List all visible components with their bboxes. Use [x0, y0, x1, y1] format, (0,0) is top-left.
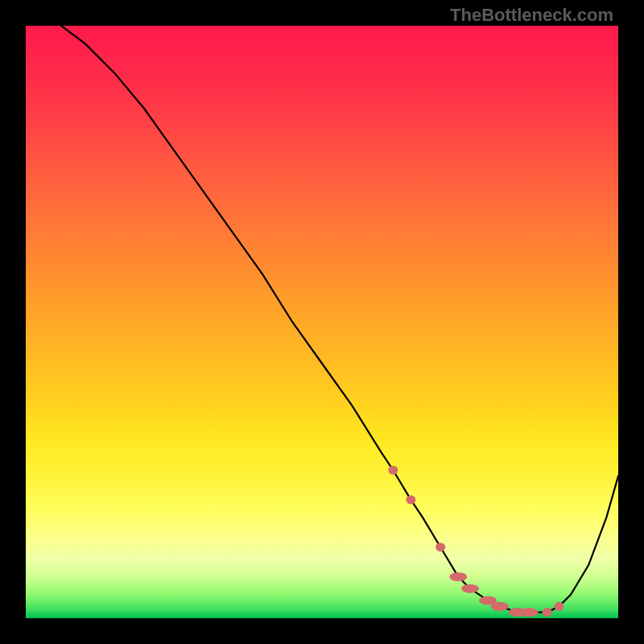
curve-dot	[449, 572, 467, 581]
curve-dot	[436, 543, 445, 551]
curve-dot	[554, 602, 564, 611]
curve-dot	[543, 608, 552, 617]
curve-dot	[388, 466, 398, 475]
watermark-text: TheBottleneck.com	[450, 5, 613, 26]
chart-overlay-svg	[26, 26, 618, 618]
bottleneck-curve	[61, 26, 618, 613]
curve-dot	[406, 495, 415, 504]
chart-plot-area	[26, 26, 618, 618]
curve-dot	[521, 608, 539, 617]
curve-dots-group	[388, 466, 564, 617]
curve-dot	[491, 602, 509, 611]
curve-dot	[461, 584, 479, 593]
